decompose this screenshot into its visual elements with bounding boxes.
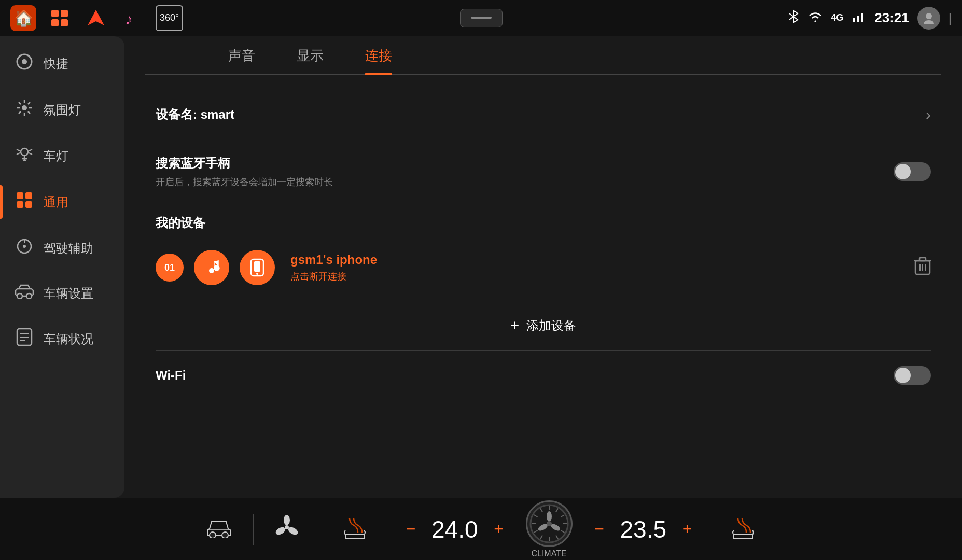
360-button[interactable]: 360° <box>156 5 183 31</box>
right-temp-minus[interactable]: − <box>588 518 611 541</box>
svg-line-22 <box>19 111 21 114</box>
vehicle-status-label: 车辆状况 <box>44 331 93 347</box>
svg-rect-7 <box>853 18 855 22</box>
device-info: gsm1's iphone 点击断开连接 <box>290 253 904 283</box>
svg-rect-32 <box>25 192 32 199</box>
svg-point-40 <box>26 293 32 299</box>
svg-rect-8 <box>857 16 859 22</box>
bluetooth-handle-toggle[interactable] <box>894 162 931 181</box>
sidebar-item-ambient-light[interactable]: 氛围灯 <box>0 88 124 132</box>
delete-device-icon[interactable] <box>914 257 931 279</box>
svg-rect-6 <box>471 17 492 19</box>
svg-point-56 <box>222 532 228 538</box>
my-devices-label: 我的设备 <box>156 204 931 240</box>
svg-rect-3 <box>61 19 68 26</box>
sidebar-item-vehicle-settings[interactable]: 车辆设置 <box>0 272 124 314</box>
svg-point-23 <box>21 148 28 156</box>
add-plus-icon: + <box>510 317 520 334</box>
svg-rect-0 <box>51 10 59 17</box>
bottom-fan-section <box>259 515 315 544</box>
climate-dial[interactable] <box>526 500 573 547</box>
car-icon[interactable] <box>205 516 232 542</box>
svg-rect-51 <box>919 258 926 261</box>
top-center-area <box>460 9 503 27</box>
left-seat-heat-icon[interactable] <box>341 515 368 544</box>
tab-display[interactable]: 显示 <box>297 47 324 74</box>
device-name-row[interactable]: 设备名: smart › <box>156 90 931 139</box>
bluetooth-icon <box>787 9 800 27</box>
left-temp-minus[interactable]: − <box>399 518 422 541</box>
center-menu-button[interactable] <box>460 9 503 27</box>
user-avatar[interactable] <box>917 7 940 30</box>
svg-rect-47 <box>254 261 260 272</box>
navigation-button[interactable] <box>83 5 109 31</box>
climate-center[interactable]: CLIMATE <box>526 500 573 558</box>
wifi-label: Wi-Fi <box>156 368 186 383</box>
bottom-bar: − 24.0 + <box>0 498 962 560</box>
sidebar: 快捷 氛围灯 <box>0 36 124 498</box>
sidebar-item-vehicle-status[interactable]: 车辆状况 <box>0 316 124 361</box>
ambient-light-icon <box>15 99 34 120</box>
right-temp-value: 23.5 <box>620 515 667 543</box>
chevron-right-icon: › <box>926 106 931 123</box>
device-action-text[interactable]: 点击断开连接 <box>290 270 904 283</box>
wifi-row: Wi-Fi <box>156 351 931 400</box>
svg-line-30 <box>29 153 32 155</box>
climate-label: CLIMATE <box>531 549 566 558</box>
divider-2 <box>320 514 320 545</box>
bottom-left-seat-section <box>326 515 384 544</box>
main-layout: 快捷 氛围灯 <box>0 36 962 498</box>
shortcuts-label: 快捷 <box>44 55 68 72</box>
signal-icon <box>852 11 866 25</box>
svg-rect-2 <box>51 19 59 26</box>
more-button[interactable]: | <box>949 11 952 25</box>
device-music-icon[interactable] <box>194 250 229 285</box>
lights-icon <box>15 145 34 166</box>
top-bar: 🏠 ♪ 360° <box>0 0 962 36</box>
add-device-row[interactable]: + 添加设备 <box>156 301 931 351</box>
wifi-toggle[interactable] <box>894 366 931 385</box>
settings-list: 设备名: smart › 搜索蓝牙手柄 开启后，搜索蓝牙设备会增加一定搜索时长 … <box>145 90 941 400</box>
sidebar-item-driver-assist[interactable]: 驾驶辅助 <box>0 226 124 270</box>
bottom-left-temp-section: − 24.0 + <box>384 515 526 543</box>
music-button[interactable]: ♪ <box>119 5 145 31</box>
my-devices-section: 我的设备 01 <box>156 204 931 301</box>
svg-line-27 <box>17 149 20 151</box>
svg-point-75 <box>547 511 552 522</box>
svg-line-21 <box>28 102 30 104</box>
left-temp-value: 24.0 <box>431 515 478 543</box>
content-area: 声音 显示 连接 设备名: smart › 搜索蓝牙手柄 开启后，搜索蓝牙设备会… <box>124 36 962 498</box>
right-seat-heat-icon[interactable] <box>730 515 757 544</box>
vehicle-settings-icon <box>15 284 34 303</box>
device-phone-icon[interactable] <box>240 250 275 285</box>
left-temp-plus[interactable]: + <box>487 518 510 541</box>
bluetooth-handle-info: 搜索蓝牙手柄 开启后，搜索蓝牙设备会增加一定搜索时长 <box>156 155 333 188</box>
tab-connection[interactable]: 连接 <box>365 47 392 74</box>
svg-point-39 <box>17 293 22 299</box>
bottom-right-temp-section: − 23.5 + <box>573 515 715 543</box>
bluetooth-handle-row: 搜索蓝牙手柄 开启后，搜索蓝牙设备会增加一定搜索时长 <box>156 139 931 204</box>
svg-point-48 <box>256 273 258 275</box>
svg-rect-31 <box>17 192 23 199</box>
right-temp-plus[interactable]: + <box>676 518 699 541</box>
sidebar-item-general[interactable]: 通用 <box>0 180 124 224</box>
svg-point-78 <box>547 521 552 526</box>
svg-point-55 <box>210 532 216 538</box>
4g-icon: 4G <box>831 12 843 23</box>
home-button[interactable]: 🏠 <box>10 5 36 31</box>
sidebar-item-lights[interactable]: 车灯 <box>0 134 124 178</box>
svg-line-19 <box>19 102 21 104</box>
device-name-label: 设备名: smart <box>156 106 234 123</box>
svg-rect-9 <box>861 13 863 22</box>
grid-button[interactable] <box>47 5 73 31</box>
svg-point-11 <box>926 13 932 19</box>
clock: 23:21 <box>874 10 909 26</box>
device-row: 01 gsm <box>156 240 931 301</box>
tab-sound[interactable]: 声音 <box>228 47 255 74</box>
svg-rect-34 <box>25 201 32 208</box>
svg-point-36 <box>23 245 26 248</box>
shortcuts-icon <box>15 53 34 74</box>
sidebar-item-shortcuts[interactable]: 快捷 <box>0 41 124 86</box>
fan-icon[interactable] <box>274 515 299 544</box>
bottom-right-seat-section <box>714 515 772 544</box>
